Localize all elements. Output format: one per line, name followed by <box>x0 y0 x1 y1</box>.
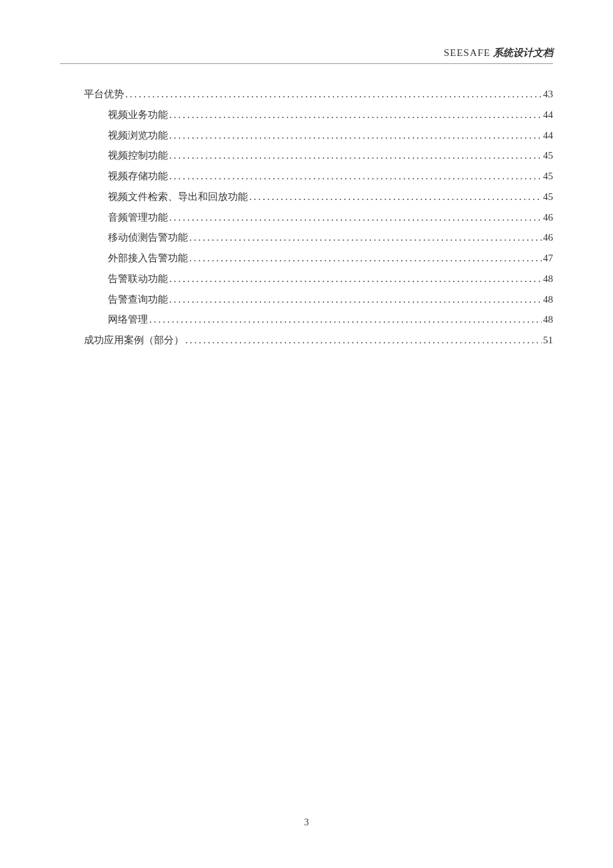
toc-entry[interactable]: 移动侦测告警功能46 <box>60 227 553 248</box>
toc-entry-title: 视频存储功能 <box>108 166 168 187</box>
toc-entry[interactable]: 视频浏览功能44 <box>60 125 553 146</box>
toc-entry-page: 43 <box>542 84 553 105</box>
toc-entry-title: 告警查询功能 <box>108 289 168 310</box>
toc-entry[interactable]: 平台优势43 <box>60 84 553 105</box>
toc-leader-dots <box>168 125 542 146</box>
toc-entry-title: 音频管理功能 <box>108 207 168 228</box>
toc-entry[interactable]: 视频存储功能45 <box>60 166 553 187</box>
toc-leader-dots <box>168 145 542 166</box>
toc-entry-page: 44 <box>542 125 553 146</box>
toc-entry-page: 48 <box>542 309 553 330</box>
document-page: SEESAFE 系统设计文档 平台优势43视频业务功能44视频浏览功能44视频控… <box>0 0 613 351</box>
toc-leader-dots <box>148 309 542 330</box>
page-number: 3 <box>0 817 613 828</box>
toc-entry[interactable]: 视频控制功能45 <box>60 145 553 166</box>
toc-leader-dots <box>168 269 542 289</box>
toc-entry-title: 视频浏览功能 <box>108 125 168 146</box>
toc-entry[interactable]: 告警联动功能48 <box>60 269 553 289</box>
header-text: SEESAFE 系统设计文档 <box>60 47 553 59</box>
toc-entry[interactable]: 网络管理48 <box>60 309 553 330</box>
header-brand: SEESAFE <box>444 47 490 58</box>
toc-entry[interactable]: 视频业务功能44 <box>60 105 553 125</box>
table-of-contents: 平台优势43视频业务功能44视频浏览功能44视频控制功能45视频存储功能45视频… <box>60 84 553 351</box>
toc-leader-dots <box>168 207 542 228</box>
toc-leader-dots <box>124 84 542 105</box>
toc-entry-title: 视频控制功能 <box>108 145 168 166</box>
toc-entry-page: 48 <box>542 269 553 289</box>
toc-entry-page: 44 <box>542 105 553 125</box>
toc-entry-page: 51 <box>542 330 553 351</box>
toc-entry-title: 成功应用案例（部分） <box>84 330 184 351</box>
toc-entry-page: 48 <box>542 289 553 310</box>
toc-entry-page: 46 <box>542 227 553 248</box>
toc-entry-title: 视频业务功能 <box>108 105 168 125</box>
toc-leader-dots <box>188 227 542 248</box>
toc-leader-dots <box>168 166 542 187</box>
toc-leader-dots <box>168 105 542 125</box>
toc-entry-title: 网络管理 <box>108 309 148 330</box>
toc-entry[interactable]: 外部接入告警功能47 <box>60 248 553 269</box>
toc-entry[interactable]: 告警查询功能48 <box>60 289 553 310</box>
toc-entry-page: 45 <box>542 187 553 207</box>
toc-entry-page: 46 <box>542 207 553 228</box>
toc-entry-title: 移动侦测告警功能 <box>108 227 188 248</box>
toc-entry-page: 45 <box>542 166 553 187</box>
toc-leader-dots <box>188 248 542 269</box>
toc-leader-dots <box>248 187 542 207</box>
toc-entry-title: 视频文件检索、导出和回放功能 <box>108 187 248 207</box>
toc-entry[interactable]: 成功应用案例（部分）51 <box>60 330 553 351</box>
toc-entry-page: 45 <box>542 145 553 166</box>
toc-entry-title: 外部接入告警功能 <box>108 248 188 269</box>
toc-leader-dots <box>184 330 542 351</box>
header-doc-title: 系统设计文档 <box>493 47 553 58</box>
toc-entry-page: 47 <box>542 248 553 269</box>
toc-entry[interactable]: 音频管理功能46 <box>60 207 553 228</box>
toc-entry-title: 告警联动功能 <box>108 269 168 289</box>
page-header: SEESAFE 系统设计文档 <box>60 47 553 64</box>
toc-entry[interactable]: 视频文件检索、导出和回放功能45 <box>60 187 553 207</box>
toc-entry-title: 平台优势 <box>84 84 124 105</box>
toc-leader-dots <box>168 289 542 310</box>
